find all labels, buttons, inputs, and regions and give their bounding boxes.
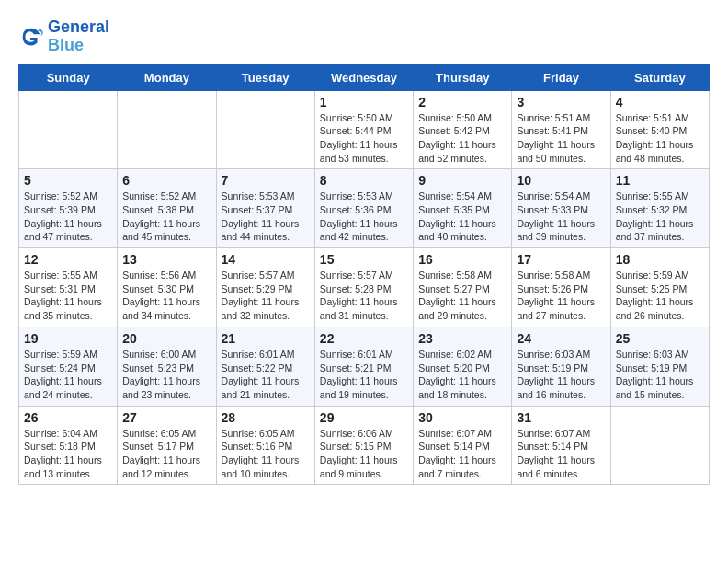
calendar-cell: 5Sunrise: 5:52 AMSunset: 5:39 PMDaylight… [19, 169, 118, 248]
day-number: 1 [320, 95, 408, 109]
day-info-line: and 44 minutes. [222, 231, 290, 242]
day-info-line: and 24 minutes. [24, 389, 93, 400]
day-info-line: Sunrise: 5:54 AM [418, 190, 492, 201]
day-info-line: Sunset: 5:29 PM [222, 283, 293, 294]
day-info-line: Sunrise: 6:07 AM [418, 428, 492, 439]
day-info-line: Daylight: 11 hours [320, 296, 398, 307]
day-info-line: and 15 minutes. [616, 389, 685, 400]
weekday-header: Friday [512, 64, 610, 90]
day-number: 25 [616, 331, 704, 346]
day-info-line: Daylight: 11 hours [320, 218, 398, 229]
day-info-line: and 40 minutes. [418, 231, 487, 242]
day-info-line: Sunset: 5:17 PM [122, 441, 194, 452]
day-info-line: Daylight: 11 hours [616, 218, 694, 229]
day-info: Sunrise: 6:07 AMSunset: 5:14 PMDaylight:… [517, 427, 605, 481]
day-info-line: and 34 minutes. [122, 310, 191, 321]
day-info: Sunrise: 5:58 AMSunset: 5:27 PMDaylight:… [418, 269, 506, 323]
day-info: Sunrise: 5:55 AMSunset: 5:32 PMDaylight:… [616, 190, 704, 244]
day-info-line: Sunset: 5:16 PM [222, 441, 293, 452]
day-info-line: Sunset: 5:39 PM [24, 204, 96, 215]
day-info-line: Daylight: 11 hours [222, 218, 300, 229]
day-info: Sunrise: 5:53 AMSunset: 5:37 PMDaylight:… [222, 190, 310, 244]
day-info-line: Daylight: 11 hours [222, 454, 300, 465]
day-info-line: Daylight: 11 hours [320, 139, 398, 150]
day-info-line: Daylight: 11 hours [122, 218, 200, 229]
day-info-line: Sunrise: 5:58 AM [418, 270, 492, 281]
day-info-line: Sunrise: 5:59 AM [24, 349, 97, 360]
day-number: 10 [517, 173, 605, 188]
logo-icon [18, 24, 44, 50]
day-number: 22 [320, 331, 408, 346]
day-info-line: Sunset: 5:37 PM [222, 204, 293, 215]
day-info-line: Sunset: 5:19 PM [517, 362, 588, 373]
day-info-line: Sunset: 5:38 PM [122, 204, 194, 215]
day-info-line: and 26 minutes. [616, 310, 685, 321]
day-info-line: Sunrise: 5:59 AM [616, 270, 689, 281]
day-number: 16 [418, 252, 506, 267]
calendar-cell: 13Sunrise: 5:56 AMSunset: 5:30 PMDayligh… [118, 248, 216, 327]
day-info-line: Daylight: 11 hours [222, 375, 300, 386]
page-header: General Blue [18, 18, 710, 55]
day-info-line: and 12 minutes. [122, 468, 191, 479]
day-info-line: Daylight: 11 hours [222, 296, 300, 307]
day-info-line: Sunset: 5:26 PM [517, 283, 588, 294]
day-info-line: Sunrise: 5:53 AM [222, 190, 295, 201]
day-info-line: and 39 minutes. [517, 231, 586, 242]
day-info-line: and 42 minutes. [320, 231, 389, 242]
day-info-line: and 50 minutes. [517, 153, 586, 164]
day-info: Sunrise: 5:51 AMSunset: 5:41 PMDaylight:… [517, 111, 605, 166]
day-info-line: Daylight: 11 hours [418, 296, 496, 307]
day-number: 23 [418, 331, 506, 346]
day-info-line: Sunrise: 5:58 AM [517, 270, 590, 281]
day-info-line: and 31 minutes. [320, 310, 389, 321]
calendar-cell: 19Sunrise: 5:59 AMSunset: 5:24 PMDayligh… [19, 327, 118, 406]
day-info-line: and 7 minutes. [418, 468, 482, 479]
day-info-line: Sunrise: 6:03 AM [616, 349, 689, 360]
day-info-line: Sunset: 5:23 PM [122, 362, 194, 373]
calendar-cell: 14Sunrise: 5:57 AMSunset: 5:29 PMDayligh… [216, 248, 314, 327]
day-number: 30 [418, 410, 506, 425]
day-info: Sunrise: 5:54 AMSunset: 5:33 PMDaylight:… [517, 190, 605, 244]
weekday-header: Wednesday [314, 64, 413, 90]
calendar-cell [216, 90, 314, 169]
calendar-cell: 26Sunrise: 6:04 AMSunset: 5:18 PMDayligh… [19, 406, 118, 485]
day-info-line: Daylight: 11 hours [616, 375, 694, 386]
day-number: 21 [222, 331, 310, 346]
calendar-cell [610, 406, 709, 485]
day-info-line: Sunset: 5:25 PM [616, 283, 688, 294]
calendar-cell: 21Sunrise: 6:01 AMSunset: 5:22 PMDayligh… [216, 327, 314, 406]
day-info-line: Sunrise: 6:00 AM [122, 349, 196, 360]
day-number: 7 [222, 173, 310, 188]
day-info-line: and 32 minutes. [222, 310, 290, 321]
day-number: 11 [616, 173, 704, 188]
day-info-line: and 35 minutes. [24, 310, 93, 321]
day-number: 15 [320, 252, 408, 267]
calendar-cell: 2Sunrise: 5:50 AMSunset: 5:42 PMDaylight… [414, 90, 512, 169]
day-info: Sunrise: 6:00 AMSunset: 5:23 PMDaylight:… [122, 348, 210, 402]
day-number: 4 [616, 95, 704, 109]
day-info-line: Daylight: 11 hours [418, 454, 496, 465]
day-info-line: Sunrise: 6:02 AM [418, 349, 492, 360]
day-number: 2 [418, 95, 506, 109]
day-info-line: Daylight: 11 hours [418, 375, 496, 386]
day-info-line: Sunrise: 5:55 AM [616, 190, 689, 201]
day-number: 28 [222, 410, 310, 425]
day-info-line: Sunrise: 6:07 AM [517, 428, 590, 439]
calendar-cell: 27Sunrise: 6:05 AMSunset: 5:17 PMDayligh… [118, 406, 216, 485]
day-info-line: and 6 minutes. [517, 468, 580, 479]
day-info-line: and 29 minutes. [418, 310, 487, 321]
day-number: 14 [222, 252, 310, 267]
calendar-cell: 25Sunrise: 6:03 AMSunset: 5:19 PMDayligh… [610, 327, 709, 406]
day-number: 24 [517, 331, 605, 346]
day-info-line: and 27 minutes. [517, 310, 586, 321]
day-number: 6 [122, 173, 210, 188]
day-info-line: Sunset: 5:14 PM [418, 441, 490, 452]
day-number: 8 [320, 173, 408, 188]
day-info: Sunrise: 6:05 AMSunset: 5:17 PMDaylight:… [122, 427, 210, 481]
calendar-cell: 28Sunrise: 6:05 AMSunset: 5:16 PMDayligh… [216, 406, 314, 485]
calendar-table: SundayMondayTuesdayWednesdayThursdayFrid… [18, 64, 710, 486]
calendar-week-row: 12Sunrise: 5:55 AMSunset: 5:31 PMDayligh… [19, 248, 710, 327]
calendar-cell: 10Sunrise: 5:54 AMSunset: 5:33 PMDayligh… [512, 169, 610, 248]
day-info-line: and 37 minutes. [616, 231, 685, 242]
day-info-line: Daylight: 11 hours [517, 296, 595, 307]
